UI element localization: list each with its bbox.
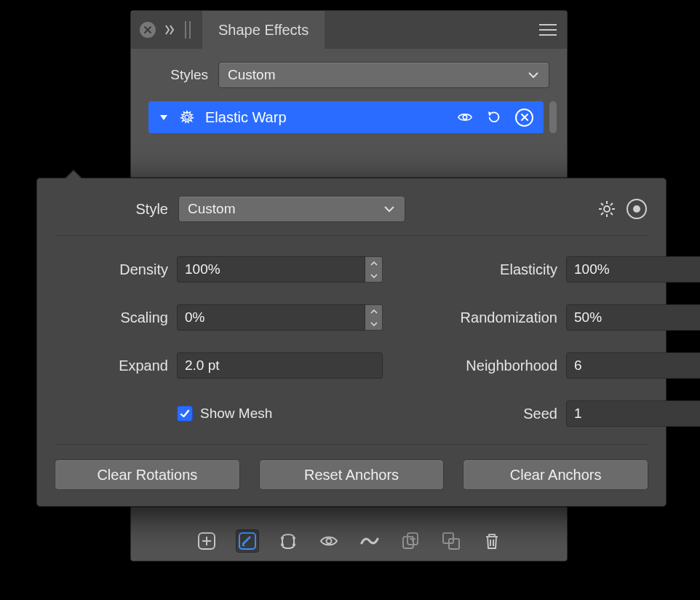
density-input[interactable] (177, 256, 365, 283)
panel-menu-button[interactable] (529, 11, 567, 49)
svg-point-1 (463, 115, 467, 119)
tab-shape-effects[interactable]: Shape Effects (202, 11, 325, 49)
param-expand: Expand (59, 352, 383, 379)
shape-button[interactable] (277, 529, 300, 553)
reset-anchors-button[interactable]: Reset Anchors (259, 459, 445, 490)
stepper-up-icon[interactable] (365, 305, 382, 317)
param-scaling: Scaling (59, 304, 383, 331)
style-dropdown[interactable]: Custom (178, 196, 405, 222)
scaling-stepper[interactable] (365, 304, 383, 331)
record-icon[interactable] (627, 199, 647, 219)
reset-icon[interactable] (486, 109, 502, 125)
seed-field[interactable] (566, 400, 700, 427)
effect-layer-actions (457, 108, 533, 127)
scaling-input[interactable] (177, 304, 365, 331)
panel-drag-grip-icon[interactable] (183, 21, 194, 39)
effect-layer-row[interactable]: Elastic Warp (148, 101, 544, 133)
svg-point-6 (281, 543, 284, 546)
effects-scrollbar[interactable] (549, 101, 557, 133)
randomization-input[interactable] (566, 304, 700, 331)
button-label: Reset Anchors (304, 467, 399, 483)
header-spacer (325, 11, 529, 49)
elasticity-input[interactable] (566, 256, 700, 283)
parameters-grid: Density Elasticity Scaling (37, 236, 666, 444)
svg-point-4 (281, 537, 284, 540)
subtract-button[interactable] (440, 529, 463, 553)
expand-input[interactable] (177, 352, 383, 379)
eye-icon[interactable] (457, 109, 473, 125)
add-effect-button[interactable] (195, 529, 218, 553)
stepper-down-icon[interactable] (365, 317, 382, 330)
style-label: Style (56, 201, 168, 218)
chevron-down-icon (527, 68, 540, 82)
param-show-mesh: Show Mesh (59, 400, 383, 427)
param-density: Density (59, 256, 383, 283)
button-label: Clear Rotations (97, 467, 197, 483)
scaling-field[interactable] (177, 304, 383, 331)
neighborhood-field[interactable] (566, 352, 700, 379)
show-mesh-label: Show Mesh (200, 406, 272, 422)
expand-field[interactable] (177, 352, 383, 379)
svg-point-8 (326, 539, 331, 544)
popover-pointer-icon (65, 170, 82, 178)
panel-header: Shape Effects (131, 11, 567, 49)
copy-fx-button[interactable] (399, 529, 422, 553)
close-icon[interactable] (140, 22, 156, 38)
styles-row: Styles Custom (131, 49, 567, 98)
chevron-down-icon (383, 202, 396, 216)
effect-properties-popover: Style Custom Density Ela (36, 178, 667, 507)
panel-bottom-toolbar (131, 521, 567, 561)
styles-label: Styles (148, 67, 208, 83)
clear-rotations-button[interactable]: Clear Rotations (55, 459, 240, 490)
menu-icon (539, 24, 557, 36)
scaling-label: Scaling (59, 309, 168, 326)
svg-point-7 (293, 543, 295, 546)
clear-anchors-button[interactable]: Clear Anchors (463, 459, 648, 490)
param-elasticity: Elasticity (448, 256, 700, 283)
density-label: Density (59, 261, 168, 278)
remove-circle-icon[interactable] (515, 108, 533, 127)
stepper-up-icon[interactable] (365, 257, 382, 269)
neighborhood-input[interactable] (566, 352, 700, 379)
popover-buttons: Clear Rotations Reset Anchors Clear Anch… (37, 445, 666, 490)
expand-chevrons-icon[interactable] (163, 23, 176, 36)
elasticity-field[interactable] (566, 256, 700, 283)
style-dropdown-value: Custom (188, 201, 235, 217)
gear-icon[interactable] (597, 200, 616, 218)
param-seed: Seed (448, 400, 700, 427)
seed-input[interactable] (566, 400, 700, 427)
density-stepper[interactable] (365, 256, 383, 283)
wave-button[interactable] (358, 529, 381, 553)
styles-dropdown[interactable]: Custom (218, 62, 549, 88)
disclosure-triangle-icon[interactable] (159, 112, 169, 122)
popover-top-row: Style Custom (37, 178, 666, 235)
effect-star-icon (179, 109, 195, 125)
effect-layer-name: Elastic Warp (205, 109, 447, 126)
randomization-label: Randomization (448, 309, 557, 326)
stepper-down-icon[interactable] (365, 269, 382, 282)
expand-label: Expand (59, 358, 168, 374)
header-controls (131, 11, 202, 49)
density-field[interactable] (177, 256, 383, 283)
show-mesh-checkbox[interactable] (177, 406, 193, 422)
trash-button[interactable] (480, 529, 504, 553)
tab-label: Shape Effects (218, 22, 309, 39)
svg-point-0 (185, 115, 189, 119)
seed-label: Seed (448, 406, 557, 422)
effect-layers-list: Elastic Warp (131, 98, 567, 139)
styles-dropdown-value: Custom (228, 67, 275, 83)
svg-point-13 (604, 206, 610, 212)
edit-effect-button[interactable] (236, 529, 259, 553)
elasticity-label: Elasticity (448, 261, 557, 278)
visibility-button[interactable] (317, 529, 341, 553)
param-neighborhood: Neighborhood (448, 352, 700, 379)
svg-point-5 (293, 537, 295, 540)
param-randomization: Randomization (448, 304, 700, 331)
randomization-field[interactable] (566, 304, 700, 331)
neighborhood-label: Neighborhood (448, 358, 557, 374)
button-label: Clear Anchors (510, 467, 602, 483)
